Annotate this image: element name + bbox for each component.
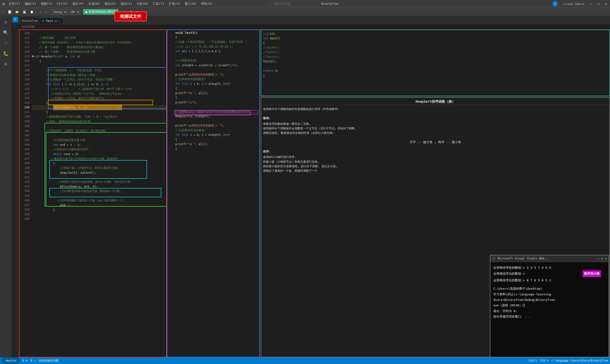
code-line-237: } xyxy=(32,110,166,115)
menu-help[interactable]: 帮助(H) xyxy=(199,1,214,7)
code-line-223: // 第一个参数： 接收堆底层数组的首元素地址 xyxy=(32,45,166,50)
toolbar-back-btn[interactable]: ☉ xyxy=(1,10,5,14)
menu-debug[interactable]: 调试(D) xyxy=(103,1,118,7)
comment-252: //把除最小值的其它值看做堆, 进行向下调整, 选出次大小值: xyxy=(32,180,131,184)
ln-226: 226 xyxy=(20,59,29,64)
fn-name: HeapSort xyxy=(41,55,55,58)
menu-git[interactable]: Git(G) xyxy=(55,1,70,7)
ln-241: 241 xyxy=(20,129,29,133)
comment-241: //开始排序: 以降序（从大到小）用小堆为例: xyxy=(32,129,106,133)
menu-window[interactable]: 窗口(W) xyxy=(183,1,198,7)
menu-edit[interactable]: 编辑(E) xyxy=(23,1,38,7)
activity-explorer[interactable]: ⊟ xyxy=(1,18,10,26)
menu-view[interactable]: 视图(V) xyxy=(39,1,54,7)
toolbar-undo[interactable]: ↩ xyxy=(38,10,43,14)
live-share-label: Live Share xyxy=(566,2,584,6)
toolbar-save-all[interactable]: 📋 xyxy=(29,10,35,14)
activity-debug[interactable]: 🐛 xyxy=(1,49,10,58)
comment-221: //测试函数 -- 进行排序 xyxy=(32,36,76,40)
comment-243: //先获得数组尾元素下标: xyxy=(32,138,87,142)
toolbar-open[interactable]: 📁 xyxy=(14,10,20,14)
toolbar-new-file[interactable]: 📄 xyxy=(6,10,13,14)
ln-225: 225 xyxy=(20,54,29,59)
comment-232: //(n-1-1)/2 -- n-1是最后叶子的下标，该叶子-1再/2（公式） xyxy=(32,87,134,91)
ln-228: 228 xyxy=(20,68,29,73)
console-close[interactable]: ✕ xyxy=(605,257,607,260)
test3-brace5: } xyxy=(175,147,258,152)
comment-223: // 第一个参数： 接收堆底层数组的首元素地址 xyxy=(32,45,104,49)
test3-line-9: printf("%d ", a[i]); xyxy=(175,91,258,96)
panel-icon-1[interactable]: H xyxy=(13,17,18,22)
main-brace2: } xyxy=(263,74,608,78)
code-line-241: //开始排序: 以降序（从大到小）用小堆为例: xyxy=(32,129,166,133)
test3-after-sort1: printf("运用堆排序后的数组:> "); xyxy=(175,124,258,129)
ln-229: 229 xyxy=(20,73,29,78)
toolbar-save[interactable]: 💾 xyxy=(21,10,28,14)
code-line-260 xyxy=(32,217,166,221)
ln-233: 233 xyxy=(20,91,29,96)
console-sort-highlight: 降序用小堆 xyxy=(583,270,601,277)
test3-line-7: //运用堆排序前的数组: xyxy=(175,78,258,82)
code-line-234: //再调整上一父节点，直到向下调整到根节点 xyxy=(32,96,166,101)
code-246: while (end > 0) xyxy=(32,153,79,156)
menu-tools[interactable]: 工具(T) xyxy=(151,1,166,7)
run-button[interactable]: ▶ 本地 Windows 调试器 xyxy=(83,9,118,14)
menu-project[interactable]: 项目(P) xyxy=(70,1,86,7)
menu-build[interactable]: 生成(B) xyxy=(87,1,102,7)
platform-dropdown[interactable]: x86 xyxy=(68,9,80,14)
info-title: HeapSort排序函数（难） xyxy=(261,98,610,105)
menu-test[interactable]: 测试(S) xyxy=(119,1,134,7)
run-icon: ▶ xyxy=(86,10,88,13)
code-line-231: for (int i = (n-1-1)/2; i >= 0; i--) xyxy=(32,82,166,87)
main-fn-code[interactable]: //主函数: int main() { //Test0(); //Test1()… xyxy=(261,30,610,96)
tab-close-icon[interactable]: ✕ xyxy=(58,19,60,22)
sort-desc-2: 把最小值（小堆根节点）和尾元素进行交换, xyxy=(263,160,608,164)
ln-254: 254 xyxy=(20,189,29,194)
ln-t6 xyxy=(167,54,173,59)
comment-245: //使用while循环进行排序: xyxy=(32,147,90,152)
activity-git[interactable]: ⑂ xyxy=(1,39,10,47)
live-share-button[interactable]: ↗ Live Share xyxy=(561,1,586,7)
console-minimize[interactable]: — xyxy=(597,257,599,260)
menu-extensions[interactable]: 扩展(X) xyxy=(167,1,182,7)
user-avatar[interactable]: G xyxy=(552,1,558,7)
test3-line-10: printf("\n"); xyxy=(175,101,258,105)
git-branch[interactable]: ⑂ master xyxy=(2,357,20,364)
main-fn-sig: int main() xyxy=(263,37,608,41)
test3-line-8: for (int i = 0; i < alength; i++) xyxy=(175,82,258,87)
test3-printf2: printf("%d ", a[i]); xyxy=(175,143,258,147)
menu-analyze[interactable]: 分析(N) xyxy=(135,1,150,7)
code-248: { xyxy=(32,162,55,165)
debug-config-dropdown[interactable]: Debug xyxy=(52,9,67,14)
code-line-239: //因此: 建堆的时间复杂度为O(N) xyxy=(32,119,166,124)
minimize-button[interactable]: — xyxy=(589,2,593,6)
code-line-232: //(n-1-1)/2 -- n-1是最后叶子的下标，该叶子-1再/2（公式） xyxy=(32,87,166,91)
ln-239: 239 xyxy=(20,119,29,124)
tab-test-c[interactable]: C Test.c ✕ xyxy=(39,17,63,24)
toolbar-redo[interactable]: ↪ xyxy=(44,10,48,14)
ln-240: 240 xyxy=(20,124,29,129)
comment-233: //找到其父节点（倒数第一个父节点），调整好该父节点后i-- xyxy=(32,92,125,95)
activity-search[interactable]: 🔍 xyxy=(1,28,10,37)
code-237: } xyxy=(32,111,48,114)
menu-file[interactable]: 文件(F) xyxy=(7,1,22,7)
activity-extensions[interactable]: ⊞ xyxy=(1,60,10,68)
comment-247: //数组尾元素下标大于说明至少还有两个元素，继续排序: xyxy=(32,157,119,161)
close-button[interactable]: ✕ xyxy=(604,2,608,6)
main-return: return 0; xyxy=(263,69,608,74)
panel-icon-2[interactable]: ▷ xyxy=(13,23,18,29)
test3-line-3: int a[] = { 2,3,5,7,4,6,8 }; xyxy=(175,50,258,54)
console-window-btns: — □ ✕ xyxy=(597,257,607,260)
maximize-button[interactable]: □ xyxy=(597,2,600,6)
test3-code[interactable]: void Test3() { //创建一个堆底层数组 -- 节点值随机; 未进行… xyxy=(174,30,259,357)
code-text-area[interactable]: ▶ //测试函数 -- 进行排序 //堆排序函数（再再优化）-- 只用向下调整对… xyxy=(31,30,166,357)
code-line-252: //把除最小值的其它值看做堆, 进行向下调整, 选出次大小值: xyxy=(32,180,166,184)
test3-empty3 xyxy=(175,105,258,110)
status-issues: 未找到相关问题 xyxy=(39,359,59,363)
global-search-input[interactable] xyxy=(272,1,319,6)
test3-brace: { xyxy=(175,36,258,40)
main-fn-header-line: //主函数: xyxy=(263,32,608,37)
console-maximize[interactable]: □ xyxy=(601,257,603,260)
code-257: end--; xyxy=(32,203,70,207)
info-desc: 使用堆中向下调整的操作对普通数组进行排序（升序或降序） 建堆: 将要排序的数组看… xyxy=(261,105,610,175)
